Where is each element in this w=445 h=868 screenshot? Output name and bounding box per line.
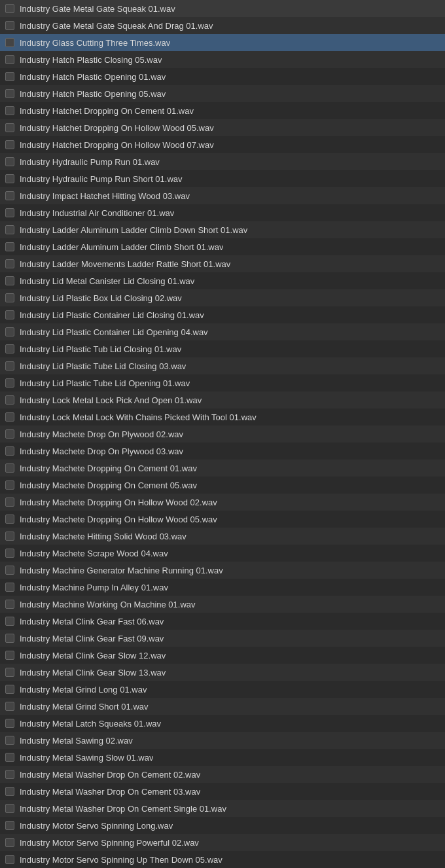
file-checkbox[interactable] [5, 140, 14, 149]
file-row[interactable]: Industry Gate Metal Gate Squeak 01.wav [0, 0, 445, 17]
file-checkbox[interactable] [5, 293, 14, 302]
file-checkbox[interactable] [5, 72, 14, 81]
file-row[interactable]: Industry Metal Clink Gear Fast 06.wav [0, 613, 445, 630]
file-row[interactable]: Industry Machete Hitting Solid Wood 03.w… [0, 528, 445, 545]
file-row[interactable]: Industry Industrial Air Conditioner 01.w… [0, 204, 445, 221]
file-checkbox[interactable] [5, 651, 14, 660]
file-checkbox[interactable] [5, 157, 14, 166]
file-row[interactable]: Industry Motor Servo Spinning Up Then Do… [0, 851, 445, 868]
file-checkbox[interactable] [5, 821, 14, 830]
file-row[interactable]: Industry Glass Cutting Three Times.wav [0, 34, 445, 51]
file-checkbox[interactable] [5, 89, 14, 98]
file-row[interactable]: Industry Hatchet Dropping On Hollow Wood… [0, 136, 445, 153]
file-checkbox[interactable] [5, 736, 14, 745]
file-checkbox[interactable] [5, 412, 14, 422]
file-row[interactable]: Industry Motor Servo Spinning Powerful 0… [0, 834, 445, 851]
file-row[interactable]: Industry Metal Grind Short 01.wav [0, 698, 445, 715]
file-checkbox[interactable] [5, 327, 14, 336]
file-row[interactable]: Industry Metal Sawing 02.wav [0, 732, 445, 749]
file-row[interactable]: Industry Machete Drop On Plywood 03.wav [0, 443, 445, 460]
file-checkbox[interactable] [5, 753, 14, 762]
file-row[interactable]: Industry Machete Scrape Wood 04.wav [0, 545, 445, 562]
file-row[interactable]: Industry Gate Metal Gate Squeak And Drag… [0, 17, 445, 34]
file-checkbox[interactable] [5, 259, 14, 268]
file-row[interactable]: Industry Hatchet Dropping On Cement 01.w… [0, 102, 445, 119]
file-row[interactable]: Industry Machete Drop On Plywood 02.wav [0, 425, 445, 443]
file-checkbox[interactable] [5, 480, 14, 490]
file-row[interactable]: Industry Hydraulic Pump Run 01.wav [0, 153, 445, 170]
file-row[interactable]: Industry Machine Generator Machine Runni… [0, 562, 445, 579]
file-checkbox[interactable] [5, 532, 14, 541]
file-checkbox[interactable] [5, 4, 14, 13]
file-checkbox[interactable] [5, 208, 14, 217]
file-row[interactable]: Industry Hatch Plastic Opening 05.wav [0, 85, 445, 102]
file-checkbox[interactable] [5, 106, 14, 115]
file-row[interactable]: Industry Metal Grind Long 01.wav [0, 681, 445, 698]
file-checkbox[interactable] [5, 566, 14, 575]
file-checkbox[interactable] [5, 770, 14, 779]
file-checkbox[interactable] [5, 515, 14, 524]
file-checkbox[interactable] [5, 855, 14, 864]
file-row[interactable]: Industry Metal Latch Squeaks 01.wav [0, 715, 445, 732]
file-checkbox[interactable] [5, 344, 14, 353]
file-row[interactable]: Industry Impact Hatchet Hitting Wood 03.… [0, 187, 445, 204]
file-checkbox[interactable] [5, 446, 14, 456]
file-row[interactable]: Industry Ladder Movements Ladder Rattle … [0, 255, 445, 272]
file-row[interactable]: Industry Machine Working On Machine 01.w… [0, 596, 445, 613]
file-row[interactable]: Industry Hydraulic Pump Run Short 01.wav [0, 170, 445, 187]
file-checkbox[interactable] [5, 242, 14, 251]
file-checkbox[interactable] [5, 719, 14, 728]
file-checkbox[interactable] [5, 617, 14, 626]
file-row[interactable]: Industry Hatchet Dropping On Hollow Wood… [0, 119, 445, 136]
file-checkbox[interactable] [5, 804, 14, 813]
file-row[interactable]: Industry Lid Plastic Container Lid Closi… [0, 306, 445, 323]
file-row[interactable]: Industry Lid Plastic Container Lid Openi… [0, 323, 445, 340]
file-checkbox[interactable] [5, 685, 14, 694]
file-row[interactable]: Industry Metal Clink Gear Slow 12.wav [0, 647, 445, 664]
file-checkbox[interactable] [5, 429, 14, 439]
file-row[interactable]: Industry Machete Dropping On Cement 05.w… [0, 477, 445, 494]
file-row[interactable]: Industry Metal Washer Drop On Cement 03.… [0, 783, 445, 800]
file-checkbox[interactable] [5, 668, 14, 677]
file-checkbox[interactable] [5, 702, 14, 711]
file-checkbox[interactable] [5, 276, 14, 285]
file-row[interactable]: Industry Ladder Aluminum Ladder Climb Do… [0, 221, 445, 238]
file-checkbox[interactable] [5, 225, 14, 234]
file-checkbox[interactable] [5, 583, 14, 592]
file-checkbox[interactable] [5, 38, 14, 47]
file-checkbox[interactable] [5, 838, 14, 847]
file-row[interactable]: Industry Machine Pump In Alley 01.wav [0, 579, 445, 596]
file-row[interactable]: Industry Lock Metal Lock With Chains Pic… [0, 408, 445, 425]
file-row[interactable]: Industry Machete Dropping On Cement 01.w… [0, 460, 445, 477]
file-row[interactable]: Industry Machete Dropping On Hollow Wood… [0, 511, 445, 528]
file-row[interactable]: Industry Metal Washer Drop On Cement 02.… [0, 766, 445, 783]
file-row[interactable]: Industry Hatch Plastic Opening 01.wav [0, 68, 445, 85]
file-checkbox[interactable] [5, 174, 14, 183]
file-checkbox[interactable] [5, 634, 14, 643]
file-row[interactable]: Industry Lid Plastic Tub Lid Closing 01.… [0, 340, 445, 357]
file-row[interactable]: Industry Machete Dropping On Hollow Wood… [0, 494, 445, 511]
file-row[interactable]: Industry Lid Plastic Box Lid Closing 02.… [0, 289, 445, 306]
file-row[interactable]: Industry Metal Clink Gear Fast 09.wav [0, 630, 445, 647]
file-checkbox[interactable] [5, 463, 14, 473]
file-row[interactable]: Industry Lid Metal Canister Lid Closing … [0, 272, 445, 289]
file-checkbox[interactable] [5, 497, 14, 507]
file-checkbox[interactable] [5, 21, 14, 30]
file-row[interactable]: Industry Metal Washer Drop On Cement Sin… [0, 800, 445, 817]
file-row[interactable]: Industry Metal Sawing Slow 01.wav [0, 749, 445, 766]
file-checkbox[interactable] [5, 191, 14, 200]
file-checkbox[interactable] [5, 123, 14, 132]
file-row[interactable]: Industry Lock Metal Lock Pick And Open 0… [0, 391, 445, 408]
file-checkbox[interactable] [5, 787, 14, 796]
file-checkbox[interactable] [5, 395, 14, 405]
file-checkbox[interactable] [5, 310, 14, 319]
file-row[interactable]: Industry Ladder Aluminum Ladder Climb Sh… [0, 238, 445, 255]
file-checkbox[interactable] [5, 549, 14, 558]
file-row[interactable]: Industry Lid Plastic Tube Lid Closing 03… [0, 357, 445, 374]
file-checkbox[interactable] [5, 55, 14, 64]
file-row[interactable]: Industry Motor Servo Spinning Long.wav [0, 817, 445, 834]
file-checkbox[interactable] [5, 378, 14, 388]
file-row[interactable]: Industry Lid Plastic Tube Lid Opening 01… [0, 374, 445, 391]
file-checkbox[interactable] [5, 600, 14, 609]
file-row[interactable]: Industry Metal Clink Gear Slow 13.wav [0, 664, 445, 681]
